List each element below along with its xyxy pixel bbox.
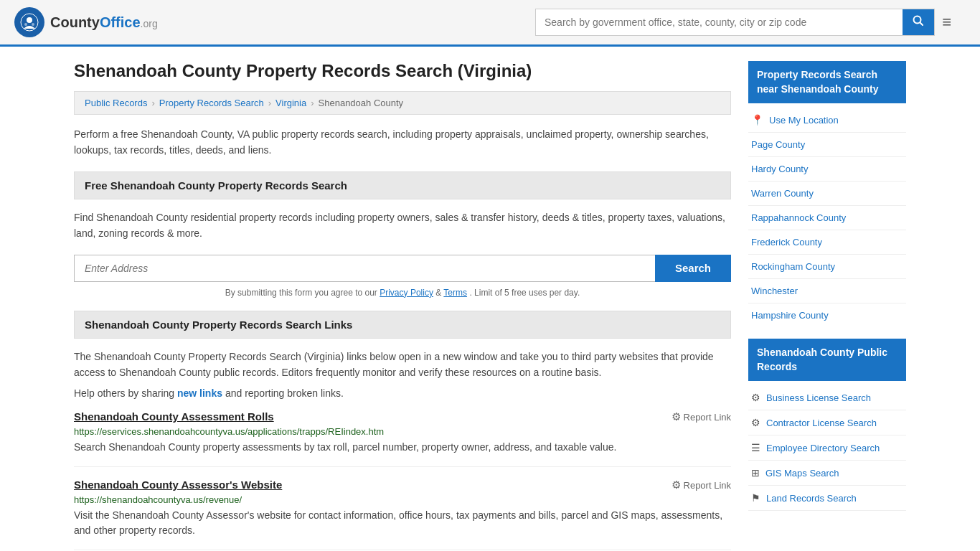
link-item-title-1[interactable]: Shenandoah County Assessor's Website [74, 479, 282, 491]
county-divider-0 [748, 156, 906, 157]
location-icon: 📍 [751, 114, 763, 126]
public-record-label-3: GIS Maps Search [765, 468, 839, 479]
nearby-county-1[interactable]: Hardy County [748, 160, 906, 178]
pr-divider-2 [748, 460, 906, 461]
free-search-description: Find Shenandoah County residential prope… [74, 209, 731, 242]
county-divider-5 [748, 278, 906, 279]
privacy-policy-link[interactable]: Privacy Policy [380, 288, 433, 298]
svg-point-2 [24, 23, 27, 26]
page-title: Shenandoah County Property Records Searc… [74, 61, 731, 81]
public-record-icon-0: ⚙ [751, 392, 760, 403]
public-record-icon-3: ⊞ [751, 467, 760, 479]
breadcrumb: Public Records › Property Records Search… [74, 91, 731, 115]
county-divider-1 [748, 181, 906, 182]
public-record-link-1[interactable]: ⚙Contractor License Search [748, 413, 906, 432]
unlink-icon-1: ⚙ [672, 479, 681, 491]
public-record-link-3[interactable]: ⊞GIS Maps Search [748, 463, 906, 482]
pr-divider-4 [748, 510, 906, 511]
breadcrumb-property-records-search[interactable]: Property Records Search [159, 98, 264, 108]
link-item-title-0[interactable]: Shenandoah County Assessment Rolls [74, 410, 274, 423]
breadcrumb-current: Shenandoah County [319, 98, 404, 108]
svg-line-5 [920, 23, 923, 26]
nearby-county-3[interactable]: Rappahannock County [748, 209, 906, 227]
link-item: Shenandoah County Assessor's Website ⚙ R… [74, 479, 731, 550]
new-links-link[interactable]: new links [177, 387, 222, 399]
breadcrumb-virginia[interactable]: Virginia [275, 98, 306, 108]
address-search-form: Search [74, 255, 731, 282]
public-record-label-0: Business License Search [766, 392, 871, 403]
link-item-header: Shenandoah County Assessor's Website ⚙ R… [74, 479, 731, 491]
county-divider-4 [748, 254, 906, 255]
public-record-label-4: Land Records Search [766, 493, 857, 504]
logo-area: CountyOffice.org [14, 7, 158, 37]
report-link-1[interactable]: ⚙ Report Link [672, 479, 731, 491]
svg-point-3 [32, 23, 34, 26]
header-search-wrap [535, 9, 935, 36]
link-item: Shenandoah County Assessment Rolls ⚙ Rep… [74, 410, 731, 467]
header-search-button[interactable] [903, 9, 934, 35]
site-header: CountyOffice.org ≡ [0, 0, 980, 47]
public-record-icon-2: ☰ [751, 442, 760, 453]
main-container: Shenandoah County Property Records Searc… [60, 47, 920, 551]
public-record-icon-1: ⚙ [751, 417, 760, 428]
breadcrumb-sep-2: › [268, 98, 271, 108]
address-search-button[interactable]: Search [655, 255, 731, 282]
logo-icon [14, 7, 44, 37]
public-records-section: Shenandoah County Public Records ⚙Busine… [748, 339, 906, 511]
unlink-icon-0: ⚙ [672, 410, 681, 423]
header-search-input[interactable] [536, 9, 903, 35]
public-records-section-title: Shenandoah County Public Records [748, 339, 906, 381]
use-my-location-link[interactable]: 📍 Use My Location [748, 110, 906, 129]
public-record-link-0[interactable]: ⚙Business License Search [748, 388, 906, 407]
svg-point-1 [27, 17, 32, 23]
link-url-0[interactable]: https://eservices.shenandoahcountyva.us/… [74, 426, 731, 437]
county-divider-2 [748, 205, 906, 206]
public-record-label-2: Employee Directory Search [766, 443, 880, 453]
sidebar-divider-1 [748, 132, 906, 133]
nearby-county-6[interactable]: Winchester [748, 282, 906, 300]
public-record-label-1: Contractor License Search [766, 418, 877, 428]
links-section: The Shenandoah County Property Records S… [74, 349, 731, 551]
link-desc-0: Search Shenandoah County property assess… [74, 440, 731, 455]
pr-divider-3 [748, 485, 906, 486]
breadcrumb-public-records[interactable]: Public Records [85, 98, 147, 108]
nearby-counties: Page CountyHardy CountyWarren CountyRapp… [748, 136, 906, 324]
public-records-links: ⚙Business License Search⚙Contractor Lice… [748, 388, 906, 511]
nearby-county-5[interactable]: Rockingham County [748, 258, 906, 276]
links-container: Shenandoah County Assessment Rolls ⚙ Rep… [74, 410, 731, 550]
links-description: The Shenandoah County Property Records S… [74, 349, 731, 381]
terms-link[interactable]: Terms [443, 288, 467, 298]
nearby-county-7[interactable]: Hampshire County [748, 306, 906, 324]
logo-text: CountyOffice.org [50, 14, 158, 31]
free-search-heading: Free Shenandoah County Property Records … [74, 171, 731, 199]
report-link-0[interactable]: ⚙ Report Link [672, 410, 731, 423]
links-section-heading: Shenandoah County Property Records Searc… [74, 311, 731, 339]
county-divider-3 [748, 230, 906, 230]
pr-divider-0 [748, 410, 906, 410]
menu-button[interactable]: ≡ [942, 13, 951, 32]
nearby-county-2[interactable]: Warren County [748, 184, 906, 202]
page-description: Perform a free Shenandoah County, VA pub… [74, 126, 731, 159]
link-url-1[interactable]: https://shenandoahcountyva.us/revenue/ [74, 494, 731, 505]
public-record-link-2[interactable]: ☰Employee Directory Search [748, 438, 906, 457]
address-input[interactable] [74, 255, 655, 282]
header-search-area: ≡ [535, 9, 951, 36]
breadcrumb-sep-3: › [311, 98, 314, 108]
nearby-section: Property Records Search near Shenandoah … [748, 61, 906, 324]
sidebar: Property Records Search near Shenandoah … [748, 61, 906, 551]
use-my-location-label: Use My Location [769, 115, 839, 126]
public-record-icon-4: ⚑ [751, 492, 760, 504]
nearby-section-title: Property Records Search near Shenandoah … [748, 61, 906, 103]
share-note: Help others by sharing new links and rep… [74, 387, 731, 399]
link-item-header: Shenandoah County Assessment Rolls ⚙ Rep… [74, 410, 731, 423]
content-area: Shenandoah County Property Records Searc… [74, 61, 731, 551]
nearby-county-0[interactable]: Page County [748, 136, 906, 154]
form-note: By submitting this form you agree to our… [74, 288, 731, 298]
breadcrumb-sep-1: › [151, 98, 154, 108]
nearby-county-4[interactable]: Frederick County [748, 233, 906, 251]
link-desc-1: Visit the Shenandoah County Assessor's w… [74, 508, 731, 538]
pr-divider-1 [748, 435, 906, 435]
public-record-link-4[interactable]: ⚑Land Records Search [748, 489, 906, 507]
county-divider-6 [748, 303, 906, 303]
